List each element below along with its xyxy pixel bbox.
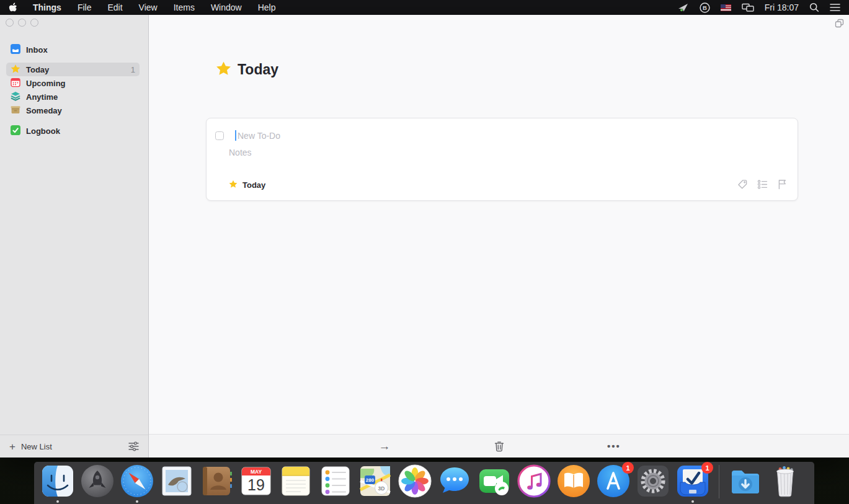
svg-text:B: B <box>703 4 707 11</box>
flag-canton <box>721 4 726 8</box>
sidebar-item-logbook[interactable]: Logbook <box>6 124 140 138</box>
todo-checkbox[interactable] <box>215 131 224 140</box>
todo-action-icons <box>737 179 788 192</box>
dock-mail-icon[interactable] <box>159 464 194 498</box>
menu-bar-left: Things File Edit View Items Window Help <box>0 0 284 15</box>
menu-file[interactable]: File <box>69 0 100 15</box>
sidebar-footer: + New List <box>0 435 148 458</box>
tag-icon[interactable] <box>737 179 748 192</box>
today-count-badge: 1 <box>131 65 135 74</box>
dock-divider <box>719 465 719 498</box>
anytime-layers-icon <box>11 91 20 103</box>
dock-app-store-icon[interactable]: 1 <box>596 464 631 498</box>
page-header: Today <box>216 61 278 79</box>
svg-text:3D: 3D <box>378 485 385 492</box>
bartender-icon[interactable]: B <box>700 2 710 13</box>
star-icon <box>216 61 231 79</box>
menu-bar-status: B Fri 18:07 <box>678 2 849 13</box>
spotlight-search-icon[interactable] <box>809 2 819 12</box>
dock-reminders-icon[interactable] <box>318 464 353 498</box>
inbox-icon <box>11 44 20 56</box>
dock-ibooks-icon[interactable] <box>556 464 591 498</box>
sidebar-item-label: Logbook <box>26 126 60 136</box>
menu-help[interactable]: Help <box>250 0 284 15</box>
trash-icon[interactable] <box>494 435 505 458</box>
menu-edit[interactable]: Edit <box>99 0 130 15</box>
menu-items[interactable]: Items <box>166 0 203 15</box>
apple-menu-icon[interactable] <box>9 2 17 13</box>
sidebar-nav: Inbox Today 1 Upcoming Anytime <box>6 43 140 138</box>
more-ellipsis-icon[interactable]: ••• <box>607 435 621 458</box>
dock-contacts-icon[interactable] <box>199 464 234 498</box>
sidebar-item-inbox[interactable]: Inbox <box>6 43 140 56</box>
app-store-badge: 1 <box>622 462 634 474</box>
dock-things-icon[interactable]: 1 <box>675 464 710 498</box>
dock-notes-icon[interactable] <box>278 464 313 498</box>
page-title: Today <box>238 61 278 78</box>
sidebar-item-upcoming[interactable]: Upcoming <box>6 76 140 90</box>
filter-sliders-icon[interactable] <box>128 441 139 451</box>
pointer-app-icon[interactable] <box>678 3 689 12</box>
bottom-toolbar: → ••• <box>149 434 849 458</box>
checklist-icon[interactable] <box>757 179 768 192</box>
todo-title-input[interactable]: New To-Do <box>238 131 280 141</box>
star-icon <box>229 180 238 190</box>
new-todo-editor-card[interactable]: New To-Do Notes Today <box>206 118 798 201</box>
dock-finder-icon[interactable] <box>40 464 75 498</box>
sidebar-item-someday[interactable]: Someday <box>6 104 140 117</box>
dock-facetime-icon[interactable] <box>477 464 512 498</box>
star-icon <box>11 64 20 76</box>
sidebar: Inbox Today 1 Upcoming Anytime <box>0 15 149 458</box>
plus-icon: + <box>9 441 16 452</box>
running-indicator <box>56 500 59 503</box>
things-badge: 1 <box>701 462 713 474</box>
sidebar-item-label: Today <box>26 65 49 74</box>
main-content: Today New To-Do Notes Today <box>149 15 849 458</box>
dock-itunes-icon[interactable] <box>517 464 551 498</box>
things-app-window: Inbox Today 1 Upcoming Anytime <box>0 15 849 458</box>
window-tab-overview-icon[interactable] <box>834 18 845 31</box>
menu-window[interactable]: Window <box>203 0 250 15</box>
logbook-check-icon <box>11 125 20 137</box>
todo-when-label: Today <box>242 180 265 190</box>
minimize-window-button[interactable] <box>18 19 26 27</box>
svg-text:MAY: MAY <box>251 469 262 475</box>
running-indicator <box>691 500 694 503</box>
dock-maps-icon[interactable]: 2803D <box>358 464 393 498</box>
text-cursor <box>235 130 236 141</box>
svg-text:19: 19 <box>247 476 265 493</box>
sidebar-item-anytime[interactable]: Anytime <box>6 90 140 104</box>
running-indicator <box>136 500 138 503</box>
input-source-us-flag-icon[interactable] <box>721 4 731 11</box>
todo-notes-input[interactable]: Notes <box>229 148 252 157</box>
dock-messages-icon[interactable] <box>437 464 472 498</box>
todo-when-tag[interactable]: Today <box>229 180 265 190</box>
move-arrow-icon[interactable]: → <box>379 435 391 458</box>
dock-launchpad-icon[interactable] <box>80 464 115 498</box>
upcoming-calendar-icon <box>11 77 20 89</box>
sidebar-item-label: Anytime <box>26 92 58 102</box>
dock-calendar-icon[interactable]: MAY19 <box>239 464 273 498</box>
sidebar-item-label: Upcoming <box>26 79 66 88</box>
menu-bar-clock[interactable]: Fri 18:07 <box>765 2 799 12</box>
dock-safari-icon[interactable] <box>120 464 154 498</box>
close-window-button[interactable] <box>6 19 14 27</box>
dock-system-preferences-icon[interactable] <box>636 464 670 498</box>
zoom-window-button[interactable] <box>30 19 38 27</box>
new-list-button[interactable]: New List <box>21 442 52 451</box>
menu-bar: Things File Edit View Items Window Help … <box>0 0 849 15</box>
svg-text:280: 280 <box>366 477 375 483</box>
someday-box-icon <box>11 105 20 117</box>
dock: MAY19 2803D 1 1 <box>34 462 814 504</box>
notification-center-icon[interactable] <box>830 3 840 12</box>
sidebar-item-label: Someday <box>26 106 62 115</box>
dock-trash-icon[interactable] <box>768 464 802 498</box>
displays-icon[interactable] <box>742 3 754 12</box>
todo-title-row: New To-Do <box>215 130 280 141</box>
sidebar-item-today[interactable]: Today 1 <box>6 63 140 76</box>
flag-icon[interactable] <box>777 179 788 192</box>
dock-downloads-folder-icon[interactable] <box>728 464 763 498</box>
dock-photos-icon[interactable] <box>398 464 432 498</box>
menu-view[interactable]: View <box>131 0 166 15</box>
menu-things[interactable]: Things <box>25 0 69 15</box>
